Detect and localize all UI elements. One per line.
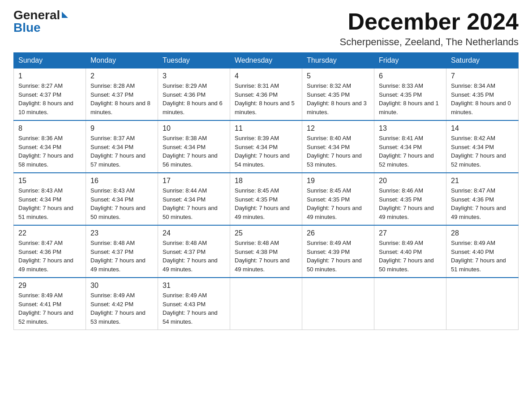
calendar-cell: 22 Sunrise: 8:47 AMSunset: 4:36 PMDaylig… <box>14 225 86 278</box>
header-saturday: Saturday <box>446 53 519 68</box>
day-info: Sunrise: 8:43 AMSunset: 4:34 PMDaylight:… <box>18 186 81 221</box>
day-info: Sunrise: 8:45 AMSunset: 4:35 PMDaylight:… <box>307 186 369 221</box>
day-info: Sunrise: 8:34 AMSunset: 4:35 PMDaylight:… <box>451 81 514 116</box>
logo: General Blue <box>13 9 68 34</box>
day-info: Sunrise: 8:49 AMSunset: 4:39 PMDaylight:… <box>307 239 369 274</box>
calendar-cell: 24 Sunrise: 8:48 AMSunset: 4:37 PMDaylig… <box>158 225 230 278</box>
day-info: Sunrise: 8:39 AMSunset: 4:34 PMDaylight:… <box>235 134 297 169</box>
day-info: Sunrise: 8:49 AMSunset: 4:40 PMDaylight:… <box>379 239 442 274</box>
day-info: Sunrise: 8:43 AMSunset: 4:34 PMDaylight:… <box>90 186 153 221</box>
calendar-header-row: SundayMondayTuesdayWednesdayThursdayFrid… <box>14 53 519 68</box>
calendar-cell: 5 Sunrise: 8:32 AMSunset: 4:35 PMDayligh… <box>302 68 374 121</box>
day-info: Sunrise: 8:40 AMSunset: 4:34 PMDaylight:… <box>307 134 369 169</box>
calendar-cell: 23 Sunrise: 8:48 AMSunset: 4:37 PMDaylig… <box>86 225 158 278</box>
day-info: Sunrise: 8:42 AMSunset: 4:34 PMDaylight:… <box>451 134 514 169</box>
day-info: Sunrise: 8:46 AMSunset: 4:35 PMDaylight:… <box>379 186 442 221</box>
day-info: Sunrise: 8:44 AMSunset: 4:34 PMDaylight:… <box>163 186 225 221</box>
day-info: Sunrise: 8:47 AMSunset: 4:36 PMDaylight:… <box>451 186 514 221</box>
day-number: 14 <box>451 124 514 133</box>
calendar-cell: 10 Sunrise: 8:38 AMSunset: 4:34 PMDaylig… <box>158 120 230 173</box>
day-number: 10 <box>163 124 225 133</box>
day-info: Sunrise: 8:48 AMSunset: 4:38 PMDaylight:… <box>235 239 297 274</box>
calendar-cell: 14 Sunrise: 8:42 AMSunset: 4:34 PMDaylig… <box>446 120 519 173</box>
calendar-cell <box>446 278 519 330</box>
calendar-cell: 25 Sunrise: 8:48 AMSunset: 4:38 PMDaylig… <box>230 225 302 278</box>
day-info: Sunrise: 8:36 AMSunset: 4:34 PMDaylight:… <box>18 134 81 169</box>
calendar-cell: 1 Sunrise: 8:27 AMSunset: 4:37 PMDayligh… <box>14 68 86 121</box>
header-tuesday: Tuesday <box>158 53 230 68</box>
calendar-cell: 18 Sunrise: 8:45 AMSunset: 4:35 PMDaylig… <box>230 173 302 225</box>
day-info: Sunrise: 8:49 AMSunset: 4:43 PMDaylight:… <box>163 291 225 326</box>
day-number: 5 <box>307 72 369 80</box>
calendar-cell: 26 Sunrise: 8:49 AMSunset: 4:39 PMDaylig… <box>302 225 374 278</box>
day-info: Sunrise: 8:49 AMSunset: 4:41 PMDaylight:… <box>18 291 81 326</box>
day-number: 26 <box>307 229 369 237</box>
calendar-week-row: 15 Sunrise: 8:43 AMSunset: 4:34 PMDaylig… <box>14 173 519 225</box>
day-info: Sunrise: 8:45 AMSunset: 4:35 PMDaylight:… <box>235 186 297 221</box>
logo-arrow-icon <box>62 12 68 18</box>
day-number: 11 <box>235 124 297 133</box>
calendar-week-row: 1 Sunrise: 8:27 AMSunset: 4:37 PMDayligh… <box>14 68 519 121</box>
day-number: 25 <box>235 229 297 237</box>
calendar-cell: 3 Sunrise: 8:29 AMSunset: 4:36 PMDayligh… <box>158 68 230 121</box>
day-number: 9 <box>90 124 153 133</box>
calendar-cell: 12 Sunrise: 8:40 AMSunset: 4:34 PMDaylig… <box>302 120 374 173</box>
calendar-cell <box>302 278 374 330</box>
calendar-cell: 21 Sunrise: 8:47 AMSunset: 4:36 PMDaylig… <box>446 173 519 225</box>
calendar-cell: 13 Sunrise: 8:41 AMSunset: 4:34 PMDaylig… <box>374 120 446 173</box>
calendar-cell: 9 Sunrise: 8:37 AMSunset: 4:34 PMDayligh… <box>86 120 158 173</box>
day-number: 1 <box>18 72 81 80</box>
calendar-cell <box>230 278 302 330</box>
page-header: General Blue December 2024 Scherpenisse,… <box>13 9 519 48</box>
day-info: Sunrise: 8:48 AMSunset: 4:37 PMDaylight:… <box>90 239 153 274</box>
day-number: 2 <box>90 72 153 80</box>
day-number: 27 <box>379 229 442 237</box>
day-info: Sunrise: 8:27 AMSunset: 4:37 PMDaylight:… <box>18 81 81 116</box>
day-number: 24 <box>163 229 225 237</box>
calendar-cell: 16 Sunrise: 8:43 AMSunset: 4:34 PMDaylig… <box>86 173 158 225</box>
day-number: 15 <box>18 177 81 185</box>
day-info: Sunrise: 8:38 AMSunset: 4:34 PMDaylight:… <box>163 134 225 169</box>
header-thursday: Thursday <box>302 53 374 68</box>
header-monday: Monday <box>86 53 158 68</box>
logo-blue: Blue <box>13 21 41 34</box>
day-info: Sunrise: 8:49 AMSunset: 4:40 PMDaylight:… <box>451 239 514 274</box>
calendar-cell: 2 Sunrise: 8:28 AMSunset: 4:37 PMDayligh… <box>86 68 158 121</box>
calendar-week-row: 22 Sunrise: 8:47 AMSunset: 4:36 PMDaylig… <box>14 225 519 278</box>
day-number: 20 <box>379 177 442 185</box>
calendar-cell: 29 Sunrise: 8:49 AMSunset: 4:41 PMDaylig… <box>14 278 86 330</box>
calendar-cell: 27 Sunrise: 8:49 AMSunset: 4:40 PMDaylig… <box>374 225 446 278</box>
calendar-cell: 30 Sunrise: 8:49 AMSunset: 4:42 PMDaylig… <box>86 278 158 330</box>
day-number: 13 <box>379 124 442 133</box>
title-block: December 2024 Scherpenisse, Zeeland, The… <box>339 9 519 48</box>
day-number: 17 <box>163 177 225 185</box>
location-title: Scherpenisse, Zeeland, The Netherlands <box>339 36 519 48</box>
calendar-cell: 11 Sunrise: 8:39 AMSunset: 4:34 PMDaylig… <box>230 120 302 173</box>
header-wednesday: Wednesday <box>230 53 302 68</box>
calendar-cell: 17 Sunrise: 8:44 AMSunset: 4:34 PMDaylig… <box>158 173 230 225</box>
calendar-week-row: 29 Sunrise: 8:49 AMSunset: 4:41 PMDaylig… <box>14 278 519 330</box>
day-info: Sunrise: 8:31 AMSunset: 4:36 PMDaylight:… <box>235 81 297 116</box>
calendar-cell: 19 Sunrise: 8:45 AMSunset: 4:35 PMDaylig… <box>302 173 374 225</box>
day-number: 21 <box>451 177 514 185</box>
calendar-cell: 31 Sunrise: 8:49 AMSunset: 4:43 PMDaylig… <box>158 278 230 330</box>
day-number: 4 <box>235 72 297 80</box>
day-number: 18 <box>235 177 297 185</box>
day-info: Sunrise: 8:41 AMSunset: 4:34 PMDaylight:… <box>379 134 442 169</box>
day-number: 29 <box>18 282 81 290</box>
day-number: 28 <box>451 229 514 237</box>
day-info: Sunrise: 8:32 AMSunset: 4:35 PMDaylight:… <box>307 81 369 116</box>
day-number: 7 <box>451 72 514 80</box>
day-number: 16 <box>90 177 153 185</box>
day-number: 12 <box>307 124 369 133</box>
day-info: Sunrise: 8:28 AMSunset: 4:37 PMDaylight:… <box>90 81 153 116</box>
day-number: 30 <box>90 282 153 290</box>
day-number: 23 <box>90 229 153 237</box>
day-number: 6 <box>379 72 442 80</box>
day-info: Sunrise: 8:48 AMSunset: 4:37 PMDaylight:… <box>163 239 225 274</box>
day-number: 19 <box>307 177 369 185</box>
day-info: Sunrise: 8:47 AMSunset: 4:36 PMDaylight:… <box>18 239 81 274</box>
day-number: 8 <box>18 124 81 133</box>
calendar-week-row: 8 Sunrise: 8:36 AMSunset: 4:34 PMDayligh… <box>14 120 519 173</box>
day-info: Sunrise: 8:29 AMSunset: 4:36 PMDaylight:… <box>163 81 225 116</box>
